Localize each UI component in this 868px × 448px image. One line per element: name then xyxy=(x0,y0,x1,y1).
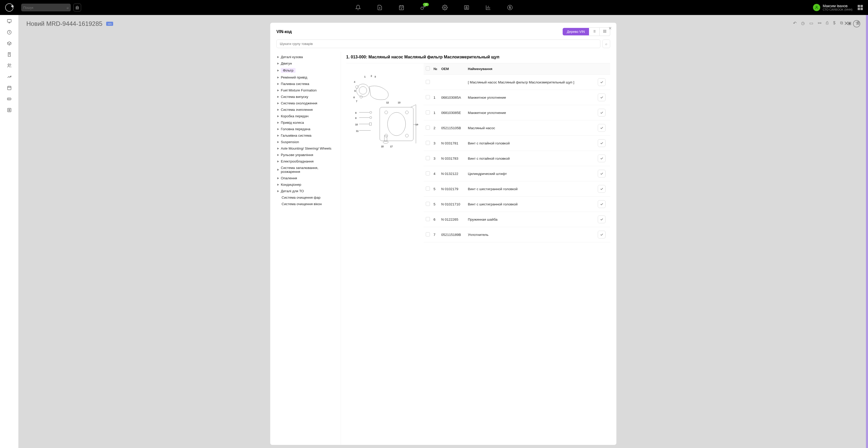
tree-item-label: Рульове управління xyxy=(281,153,313,157)
row-checkbox[interactable] xyxy=(426,80,430,84)
sidebar-people-icon[interactable] xyxy=(7,63,12,68)
row-checkbox[interactable] xyxy=(426,141,430,145)
tree-item[interactable]: Система випуску xyxy=(276,93,339,100)
tree-item[interactable]: Система очищення фар xyxy=(276,194,339,201)
bank-button[interactable] xyxy=(73,4,81,11)
bell-icon[interactable] xyxy=(355,4,361,10)
tree-item[interactable]: Привід колеса xyxy=(276,119,339,126)
dollar-icon[interactable] xyxy=(507,4,513,10)
row-checkbox[interactable] xyxy=(426,171,430,175)
select-part-button[interactable] xyxy=(598,170,606,178)
add-document-icon[interactable] xyxy=(377,4,383,10)
caret-icon xyxy=(277,62,279,65)
tree-item[interactable]: Fuel Mixture Formation xyxy=(276,87,339,93)
row-name: Пружинная шайба xyxy=(466,217,598,221)
row-checkbox[interactable] xyxy=(426,125,430,130)
svg-text:17: 17 xyxy=(390,145,393,148)
search-icon[interactable]: ⌕ xyxy=(67,5,69,9)
key-icon[interactable]: 10 xyxy=(420,4,426,10)
sidebar-analytics-icon[interactable] xyxy=(7,74,12,79)
svg-text:1: 1 xyxy=(364,76,366,78)
user-menu[interactable]: Максим Іванов СТО CARBOOK (9444) xyxy=(813,4,863,11)
sidebar-list-icon[interactable] xyxy=(7,108,12,112)
sidebar-gauge-icon[interactable] xyxy=(7,30,12,35)
row-oem: N 0102179 xyxy=(441,187,466,191)
tree-item[interactable]: Система очищення вікон xyxy=(276,201,339,207)
sidebar-calendar-icon[interactable] xyxy=(7,86,12,90)
contact-icon[interactable] xyxy=(463,4,470,10)
row-checkbox[interactable] xyxy=(426,217,430,221)
logo-icon[interactable] xyxy=(5,3,13,11)
tree-item[interactable]: Кондиціонер xyxy=(276,181,339,188)
row-num: 5 xyxy=(433,202,441,206)
tree-item[interactable]: Система зчеплення xyxy=(276,107,339,113)
table-row: 4 N 0132122 Цилиндрический штифт xyxy=(424,166,610,181)
search-group-input[interactable] xyxy=(276,39,600,48)
row-name: Уплотнитель xyxy=(466,233,598,237)
sidebar-receipt-icon[interactable] xyxy=(7,52,12,57)
select-part-button[interactable] xyxy=(598,124,606,132)
tree-item[interactable]: Гальмівна система xyxy=(276,132,339,139)
svg-text:7: 7 xyxy=(356,100,357,102)
select-part-button[interactable] xyxy=(598,215,606,223)
select-part-button[interactable] xyxy=(598,93,606,101)
caret-icon xyxy=(277,102,279,104)
tree-view-button[interactable]: Дерево VIN xyxy=(563,28,589,35)
list-view-button[interactable] xyxy=(589,27,599,36)
row-checkbox[interactable] xyxy=(426,95,430,99)
svg-rect-20 xyxy=(606,32,606,33)
row-checkbox[interactable] xyxy=(426,110,430,115)
svg-point-33 xyxy=(385,111,388,114)
search-group-button[interactable]: ⌕ xyxy=(602,39,610,48)
row-checkbox[interactable] xyxy=(426,186,430,191)
apps-grid-icon[interactable] xyxy=(858,5,863,10)
tree-item[interactable]: Ремінний привід xyxy=(276,74,339,81)
caret-icon xyxy=(277,77,279,79)
tree-item[interactable]: Suspension xyxy=(276,139,339,145)
tree-item-label: Двигун xyxy=(281,61,292,65)
tree-item[interactable]: Головна передача xyxy=(276,126,339,132)
select-part-button[interactable] xyxy=(598,231,606,238)
select-part-button[interactable] xyxy=(598,185,606,193)
calendar-check-icon[interactable] xyxy=(398,4,405,10)
avatar-icon xyxy=(813,4,820,11)
sidebar-monitor-icon[interactable] xyxy=(7,19,12,24)
row-checkbox[interactable] xyxy=(426,232,430,236)
tree-item[interactable]: Деталі для ТО xyxy=(276,188,339,194)
tree-item[interactable]: Двигун xyxy=(276,60,339,67)
tree-item[interactable]: Опалення xyxy=(276,175,339,181)
row-checkbox[interactable] xyxy=(426,202,430,206)
chart-icon[interactable] xyxy=(485,4,491,10)
select-part-button[interactable] xyxy=(598,78,606,86)
parts-title: 1. 013-000: Масляный насос Масляный филь… xyxy=(346,52,610,63)
caret-icon xyxy=(277,56,279,58)
tree-item[interactable]: Паливна система xyxy=(276,81,339,87)
search-input[interactable] xyxy=(23,6,67,9)
tree-item[interactable]: Електрообладнання xyxy=(276,158,339,165)
svg-rect-17 xyxy=(606,31,606,32)
tree-item[interactable]: Коробка передач xyxy=(276,113,339,119)
tree-item[interactable]: Фільтр xyxy=(276,67,339,74)
tree-item[interactable]: Деталі кузова xyxy=(276,54,339,60)
sidebar-box-icon[interactable] xyxy=(7,41,12,46)
svg-text:8: 8 xyxy=(355,112,356,114)
global-search[interactable]: ⌕ xyxy=(21,4,71,11)
close-icon[interactable]: ✕ xyxy=(609,26,612,31)
row-oem: N 0132122 xyxy=(441,172,466,176)
gear-icon[interactable] xyxy=(442,4,448,10)
select-part-button[interactable] xyxy=(598,154,606,162)
row-checkbox[interactable] xyxy=(426,156,430,160)
select-part-button[interactable] xyxy=(598,200,606,208)
tree-item-label: Деталі для ТО xyxy=(281,189,304,193)
table-row: 6 N 0122265 Пружинная шайба xyxy=(424,212,610,227)
svg-text:6: 6 xyxy=(353,96,355,99)
select-part-button[interactable] xyxy=(598,109,606,117)
tree-item[interactable]: Система запалювання, розжарення xyxy=(276,165,339,175)
table-row: 5 N 01021710 Винт с шестигранной головко… xyxy=(424,197,610,212)
select-all-checkbox[interactable] xyxy=(426,66,430,70)
sidebar-battery-icon[interactable] xyxy=(7,97,12,101)
tree-item[interactable]: Axle Mounting/ Steering/ Wheels xyxy=(276,145,339,152)
tree-item[interactable]: Система охолодження xyxy=(276,100,339,107)
select-part-button[interactable] xyxy=(598,139,606,147)
tree-item[interactable]: Рульове управління xyxy=(276,152,339,158)
